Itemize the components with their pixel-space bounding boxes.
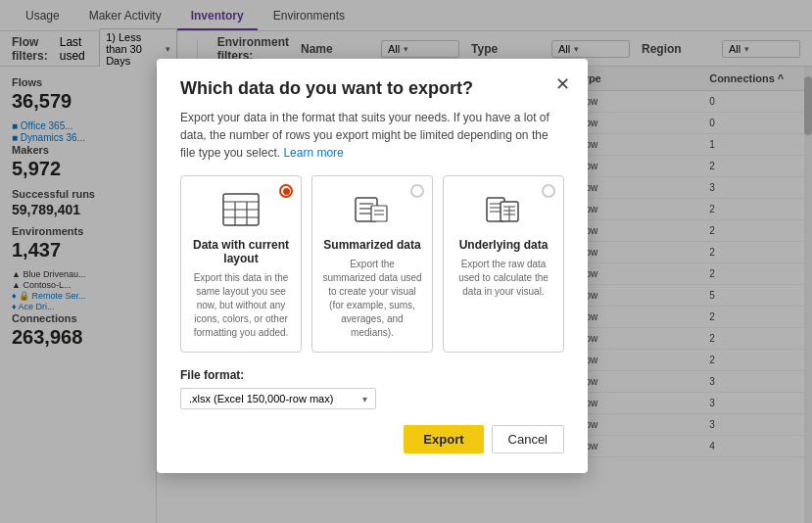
radio-current-layout[interactable] [279, 184, 293, 198]
option-summarized-desc: Export the summarized data used to creat… [322, 258, 422, 340]
option-current-layout-desc: Export this data in the same layout you … [191, 271, 291, 340]
option-summarized[interactable]: Summarized data Export the summarized da… [311, 175, 433, 353]
cancel-button[interactable]: Cancel [492, 425, 564, 453]
raw-data-icon [485, 192, 522, 230]
close-button[interactable]: ✕ [550, 72, 574, 96]
option-underlying-title: Underlying data [459, 238, 549, 252]
option-current-layout-title: Data with current layout [191, 238, 291, 265]
export-options: Data with current layout Export this dat… [180, 175, 564, 353]
option-underlying[interactable]: Underlying data Export the raw data used… [443, 175, 564, 353]
export-button[interactable]: Export [404, 425, 483, 453]
option-current-layout[interactable]: Data with current layout Export this dat… [180, 175, 302, 353]
chevron-down-icon: ▾ [362, 394, 367, 404]
svg-rect-10 [371, 206, 387, 221]
file-format-label: File format: [180, 368, 564, 382]
dialog-footer: Export Cancel [180, 425, 564, 453]
file-format-dropdown[interactable]: .xlsx (Excel 150,000-row max) ▾ [180, 388, 376, 409]
radio-summarized[interactable] [410, 184, 424, 198]
option-underlying-desc: Export the raw data used to calculate th… [454, 258, 553, 299]
summary-icon [354, 192, 391, 230]
radio-underlying[interactable] [542, 184, 555, 198]
export-dialog: ✕ Which data do you want to export? Expo… [157, 59, 588, 473]
table-icon [221, 192, 261, 230]
learn-more-link[interactable]: Learn more [283, 146, 343, 160]
dialog-description: Export your data in the format that suit… [180, 109, 564, 162]
dialog-title: Which data do you want to export? [180, 78, 564, 99]
file-format-value: .xlsx (Excel 150,000-row max) [189, 393, 333, 404]
option-summarized-title: Summarized data [323, 238, 420, 252]
